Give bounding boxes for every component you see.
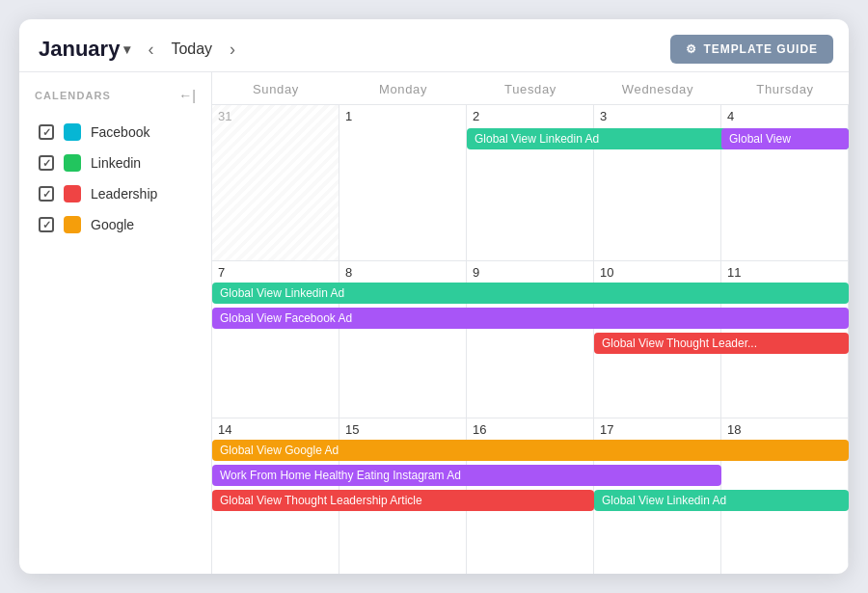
day-number: 4 xyxy=(727,109,842,123)
linkedin-label: Linkedin xyxy=(91,155,141,171)
day-number: 31 xyxy=(218,109,333,123)
collapse-sidebar-button[interactable]: ←| xyxy=(178,88,196,103)
event-leadership-w2[interactable]: Global View Thought Leader... xyxy=(594,333,849,354)
event-leadership-article-w3[interactable]: Global View Thought Leadership Article xyxy=(212,490,594,511)
day-number: 10 xyxy=(600,265,715,280)
google-color xyxy=(64,216,81,233)
sidebar-item-linkedin[interactable]: Linkedin xyxy=(35,149,196,176)
header-wednesday: Wednesday xyxy=(594,72,721,104)
facebook-checkbox[interactable] xyxy=(39,124,54,140)
facebook-label: Facebook xyxy=(91,124,149,140)
event-global-leadership-w1[interactable]: Global View xyxy=(721,128,849,149)
month-dropdown-arrow[interactable]: ▾ xyxy=(123,41,130,57)
day-1[interactable]: 1 xyxy=(339,105,467,260)
prev-month-button[interactable]: ‹ xyxy=(142,38,159,62)
week-row-3: 14 15 16 17 18 xyxy=(212,418,849,574)
today-button[interactable]: Today xyxy=(171,40,212,58)
next-month-button[interactable]: › xyxy=(224,38,241,62)
weeks-container: 31 1 2 3 4 xyxy=(212,105,849,574)
google-label: Google xyxy=(91,217,134,232)
leadership-checkbox[interactable] xyxy=(39,186,54,202)
header-sunday: Sunday xyxy=(212,72,339,104)
event-linkedin-w3[interactable]: Global View Linkedin Ad xyxy=(594,490,849,511)
day-number: 9 xyxy=(473,265,587,280)
sidebar-header: CALENDARS ←| xyxy=(35,88,196,103)
month-label: January xyxy=(39,37,120,62)
week-row-2: 7 8 9 10 11 Glo xyxy=(212,261,849,418)
leadership-label: Leadership xyxy=(91,186,157,202)
week-row-1: 31 1 2 3 4 xyxy=(212,105,849,261)
day-number: 11 xyxy=(727,265,842,280)
day-number: 1 xyxy=(345,109,460,123)
day-number: 3 xyxy=(600,109,715,123)
sidebar-item-leadership[interactable]: Leadership xyxy=(35,180,196,207)
calendar-app: ⚙ TEMPLATE GUIDE January ▾ ‹ Today › CAL… xyxy=(19,19,849,574)
leadership-color xyxy=(64,185,81,202)
day-headers: Sunday Monday Tuesday Wednesday Thursday xyxy=(212,72,849,105)
day-number: 17 xyxy=(600,422,715,437)
event-instagram-w3[interactable]: Work From Home Healthy Eating Instagram … xyxy=(212,465,721,486)
sidebar-item-facebook[interactable]: Facebook xyxy=(35,119,196,146)
facebook-color xyxy=(64,123,81,141)
main-area: CALENDARS ←| Facebook Linkedin Leadershi… xyxy=(19,72,849,574)
sidebar: CALENDARS ←| Facebook Linkedin Leadershi… xyxy=(19,72,212,574)
day-number: 8 xyxy=(345,265,460,280)
day-number: 7 xyxy=(218,265,333,280)
google-checkbox[interactable] xyxy=(39,217,54,232)
day-number: 18 xyxy=(727,422,842,437)
day-number: 2 xyxy=(473,109,587,123)
linkedin-color xyxy=(64,154,81,172)
header-thursday: Thursday xyxy=(721,72,849,104)
header-monday: Monday xyxy=(339,72,467,104)
month-title: January ▾ xyxy=(39,37,130,62)
gear-icon: ⚙ xyxy=(686,42,697,56)
calendar-grid: Sunday Monday Tuesday Wednesday Thursday… xyxy=(212,72,849,574)
linkedin-checkbox[interactable] xyxy=(39,155,54,171)
day-31[interactable]: 31 xyxy=(212,105,339,260)
header-tuesday: Tuesday xyxy=(467,72,594,104)
sidebar-item-google[interactable]: Google xyxy=(35,211,196,238)
template-guide-button[interactable]: ⚙ TEMPLATE GUIDE xyxy=(670,35,833,64)
template-guide-label: TEMPLATE GUIDE xyxy=(703,42,818,56)
calendars-section-label: CALENDARS xyxy=(35,90,111,101)
day-number: 14 xyxy=(218,422,333,437)
event-facebook-w2[interactable]: Global View Facebook Ad xyxy=(212,308,849,329)
event-linkedin-w2[interactable]: Global View Linkedin Ad xyxy=(212,283,849,304)
day-number: 15 xyxy=(345,422,460,437)
event-google-w3[interactable]: Global View Google Ad xyxy=(212,440,849,461)
day-number: 16 xyxy=(473,422,587,437)
